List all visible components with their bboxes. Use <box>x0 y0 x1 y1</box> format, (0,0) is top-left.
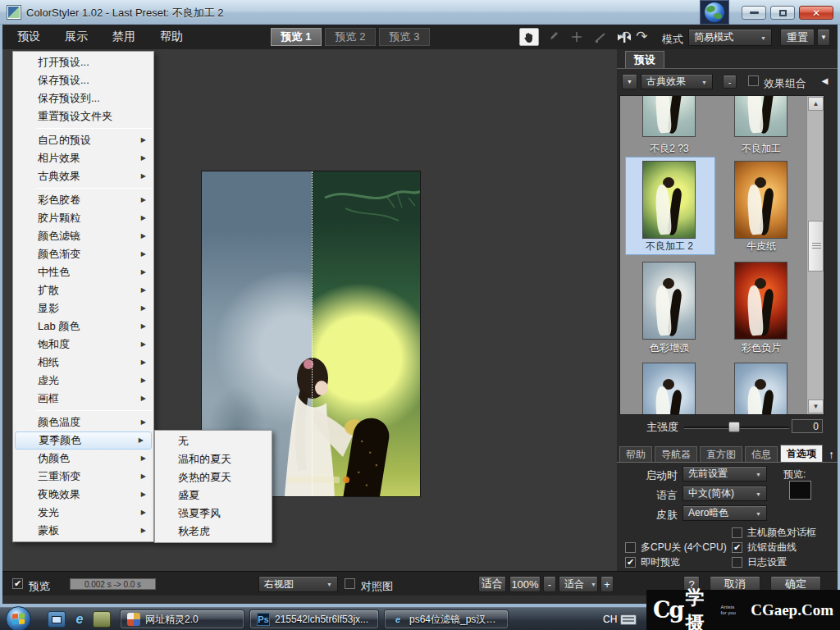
submenu-item-midsummer[interactable]: 盛夏 <box>155 486 272 504</box>
expand-panel-arrow-icon[interactable]: ↑ <box>829 446 834 463</box>
menu-presets[interactable]: 预设 <box>7 26 50 48</box>
split-divider[interactable] <box>312 171 313 497</box>
preset-thumb[interactable] <box>642 95 696 137</box>
menu-item-color-temperature[interactable]: 颜色温度▶ <box>13 413 153 431</box>
log-settings-checkbox[interactable] <box>732 557 742 568</box>
tab-preview-1[interactable]: 预览 1 <box>271 28 322 46</box>
menu-item-false-color[interactable]: 伪颜色▶ <box>13 450 153 468</box>
taskbar-task-urlgenie[interactable]: 网址精灵2.0 <box>120 609 244 629</box>
tab-presets[interactable]: 预设 <box>625 51 664 68</box>
preset-thumb[interactable] <box>734 262 788 340</box>
menu-item-night-effects[interactable]: 夜晚效果▶ <box>13 486 153 504</box>
remove-button[interactable]: - <box>723 75 737 89</box>
tab-preferences[interactable]: 首选项 <box>780 445 823 463</box>
zoom-out-button[interactable]: - <box>543 576 556 592</box>
menu-item-photo-effects[interactable]: 相片效果▶ <box>13 149 153 167</box>
preview-color-swatch[interactable] <box>789 481 811 500</box>
menu-item-open-preset[interactable]: 打开预设... <box>13 53 153 71</box>
menu-item-color-filter[interactable]: 颜色滤镜▶ <box>13 227 153 245</box>
tab-info[interactable]: 信息 <box>745 446 778 463</box>
tab-preview-3[interactable]: 预览 3 <box>379 28 430 46</box>
menu-item-lab-color[interactable]: Lab 颜色▶ <box>13 317 153 336</box>
tab-preview-2[interactable]: 预览 2 <box>325 28 376 46</box>
submenu-item-hot-summer[interactable]: 炎热的夏天 <box>155 468 272 486</box>
menu-item-photo-paper[interactable]: 相纸▶ <box>13 354 153 372</box>
menu-item-vignette[interactable]: 虚光▶ <box>13 372 153 390</box>
taskbar-task-ie-filter[interactable]: e ps64位滤镜_ps汉化... <box>384 609 509 629</box>
menu-item-mask[interactable]: 蒙板▶ <box>13 522 153 540</box>
menu-item-film-grain[interactable]: 胶片颗粒▶ <box>13 209 153 227</box>
zoom-in-button[interactable]: + <box>600 576 614 592</box>
menu-display[interactable]: 展示 <box>55 26 98 48</box>
collapse-panel-arrow-icon[interactable]: ◄ <box>819 75 830 87</box>
zoom-100-button[interactable]: 100% <box>509 576 541 592</box>
menu-item-reset-preset-folder[interactable]: 重置预设文件夹 <box>13 107 153 126</box>
menu-item-triple-gradient[interactable]: 三重渐变▶ <box>13 468 153 486</box>
tray-keyboard-icon[interactable] <box>620 614 637 625</box>
multi-cpu-checkbox[interactable] <box>625 542 636 553</box>
color-picker-tool-button[interactable] <box>567 28 587 46</box>
menu-item-develop[interactable]: 显影▶ <box>13 299 153 317</box>
menu-item-classic-effects[interactable]: 古典效果▶ <box>13 167 153 185</box>
menu-item-my-presets[interactable]: 自己的预设▶ <box>13 131 153 149</box>
quicklaunch-folder-icon[interactable] <box>93 611 111 628</box>
category-dropdown[interactable]: 古典效果 <box>641 74 713 89</box>
submenu-item-strong-monsoon[interactable]: 强夏季风 <box>155 504 272 523</box>
titlebar[interactable]: ColorStyler 1.02 - Last Preset: 不良加工 2 ✕ <box>0 0 840 25</box>
minimize-button[interactable] <box>742 6 766 20</box>
quicklaunch-show-desktop-icon[interactable] <box>48 611 66 628</box>
start-button[interactable] <box>6 606 31 630</box>
preset-thumb[interactable] <box>734 161 788 239</box>
preset-thumb[interactable] <box>642 262 696 340</box>
menu-disable[interactable]: 禁用 <box>103 26 145 48</box>
preset-thumb[interactable] <box>642 363 696 415</box>
quicklaunch-internet-explorer-icon[interactable]: e <box>71 611 89 628</box>
preset-thumb-selected[interactable] <box>642 161 696 239</box>
skin-dropdown[interactable]: Aero暗色 <box>682 505 767 521</box>
menu-item-color-gradient[interactable]: 颜色渐变▶ <box>13 245 153 263</box>
compare-checkbox[interactable] <box>345 578 355 589</box>
menu-item-glow[interactable]: 发光▶ <box>13 504 153 522</box>
scroll-down-icon[interactable]: ▼ <box>808 399 824 413</box>
submenu-item-none[interactable]: 无 <box>155 432 272 450</box>
redo-button[interactable]: ↷ <box>636 28 647 46</box>
instant-preview-checkbox[interactable]: ✔ <box>625 557 636 568</box>
zoom-fit-dropdown[interactable]: 适合 <box>559 576 598 592</box>
tray-language-indicator[interactable]: CH <box>603 614 617 625</box>
menu-item-save-preset-to[interactable]: 保存预设到... <box>13 89 153 107</box>
category-menu-button[interactable]: ▼ <box>622 74 637 89</box>
close-button[interactable]: ✕ <box>799 6 833 20</box>
fit-button[interactable]: 适合 <box>478 576 506 592</box>
master-strength-handle[interactable] <box>728 422 740 432</box>
menu-item-neutral[interactable]: 中性色▶ <box>13 263 153 281</box>
eyedropper-tool-button[interactable] <box>543 28 563 46</box>
preset-thumb[interactable] <box>734 363 788 415</box>
menu-item-frame[interactable]: 画框▶ <box>13 390 153 408</box>
submenu-item-indian-summer[interactable]: 秋老虎 <box>155 523 272 541</box>
reset-dropdown-arrow[interactable]: ▼ <box>817 29 830 46</box>
undo-button[interactable]: ↶ <box>619 28 631 46</box>
menu-help[interactable]: 帮助 <box>150 26 193 48</box>
reset-button[interactable]: 重置 <box>780 29 815 46</box>
antialias-curve-checkbox[interactable]: ✔ <box>732 542 742 553</box>
scroll-up-icon[interactable]: ▲ <box>808 97 824 111</box>
taskbar-task-photoshop[interactable]: Ps 215542lch5tr6lf53jx... <box>249 609 379 629</box>
menu-item-summer-colors[interactable]: 夏季颜色▶ <box>15 431 152 450</box>
menu-item-saturation[interactable]: 饱和度▶ <box>13 336 153 354</box>
view-mode-dropdown[interactable]: 右视图 <box>258 576 338 592</box>
menu-item-save-preset[interactable]: 保存预设... <box>13 71 153 89</box>
measure-tool-button[interactable] <box>591 28 610 46</box>
thumbnail-scrollbar[interactable]: ▲ ▼ <box>806 96 824 414</box>
mode-dropdown[interactable]: 简易模式 <box>688 29 772 46</box>
preview-checkbox[interactable]: ✔ <box>12 578 23 589</box>
submenu-item-mild-summer[interactable]: 温和的夏天 <box>155 450 272 468</box>
combine-effects-checkbox[interactable] <box>748 75 759 86</box>
tab-histogram[interactable]: 直方图 <box>700 446 742 463</box>
hand-tool-button[interactable] <box>519 28 539 46</box>
startup-dropdown[interactable]: 先前设置 <box>682 466 767 482</box>
scrollbar-thumb[interactable] <box>808 221 824 272</box>
language-dropdown[interactable]: 中文(简体) <box>682 486 767 501</box>
host-color-dialog-checkbox[interactable] <box>732 527 742 538</box>
maximize-button[interactable] <box>770 6 795 20</box>
menu-item-diffuse[interactable]: 扩散▶ <box>13 281 153 299</box>
